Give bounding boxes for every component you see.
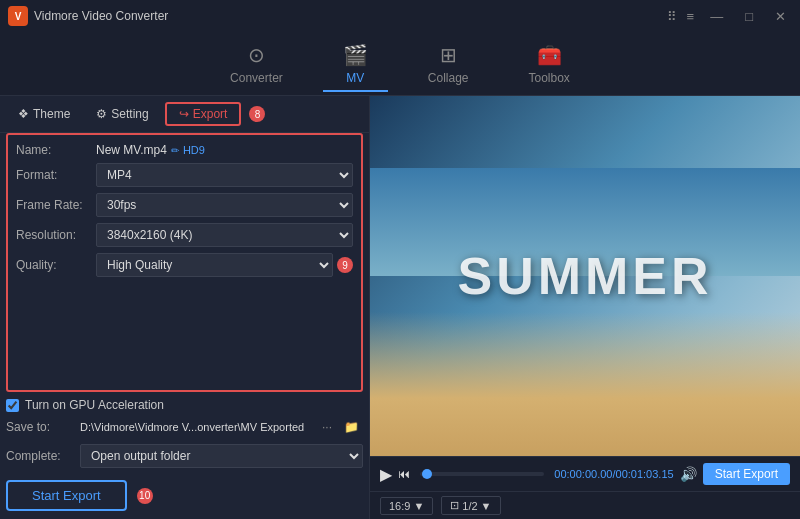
start-export-badge: 10 xyxy=(137,488,153,504)
name-value-container: New MV.mp4 ✏ HD9 xyxy=(96,143,353,157)
time-current: 00:00:00.00 xyxy=(554,468,612,480)
framerate-label: Frame Rate: xyxy=(16,198,96,212)
volume-icon[interactable]: 🔊 xyxy=(680,466,697,482)
toolbox-icon: 🧰 xyxy=(537,43,562,67)
link-text[interactable]: HD9 xyxy=(183,144,205,156)
ratio-label: 16:9 xyxy=(389,500,410,512)
maximize-button[interactable]: □ xyxy=(739,7,759,26)
setting-button[interactable]: ⚙ Setting xyxy=(86,103,158,125)
preview-area: SUMMER xyxy=(370,96,800,456)
time-display: 00:00:00.00/00:01:03.15 xyxy=(554,468,673,480)
name-value: New MV.mp4 xyxy=(96,143,167,157)
export-button[interactable]: ↪ Export xyxy=(165,102,242,126)
edit-icon[interactable]: ✏ xyxy=(171,145,179,156)
export-icon: ↪ xyxy=(179,107,189,121)
setting-label: Setting xyxy=(111,107,148,121)
tab-collage[interactable]: ⊞ Collage xyxy=(408,37,489,91)
close-button[interactable]: ✕ xyxy=(769,7,792,26)
start-export-area: Start Export 10 xyxy=(0,472,369,519)
toolbar-row: ❖ Theme ⚙ Setting ↪ Export 8 xyxy=(0,96,369,133)
progress-dot xyxy=(422,469,432,479)
quality-ratio-button[interactable]: ⊡ 1/2 ▼ xyxy=(441,496,500,515)
titlebar-dots[interactable]: ≡ xyxy=(687,9,695,24)
gpu-label: Turn on GPU Acceleration xyxy=(25,398,164,412)
mv-icon: 🎬 xyxy=(343,43,368,67)
export-badge: 8 xyxy=(249,106,265,122)
beach-overlay xyxy=(370,312,800,456)
setting-icon: ⚙ xyxy=(96,107,107,121)
quality-ratio-label: 1/2 xyxy=(462,500,477,512)
theme-label: Theme xyxy=(33,107,70,121)
format-label: Format: xyxy=(16,168,96,182)
save-folder-button[interactable]: 📁 xyxy=(340,418,363,436)
app-title: Vidmore Video Converter xyxy=(34,9,168,23)
left-panel: ❖ Theme ⚙ Setting ↪ Export 8 Name: New M… xyxy=(0,96,370,519)
ratio-dropdown-icon: ▼ xyxy=(413,500,424,512)
ratio-button[interactable]: 16:9 ▼ xyxy=(380,497,433,515)
save-label: Save to: xyxy=(6,420,76,434)
save-more-button[interactable]: ··· xyxy=(318,418,336,436)
tab-toolbox[interactable]: 🧰 Toolbox xyxy=(509,37,590,91)
tab-mv-label: MV xyxy=(346,71,364,85)
framerate-select[interactable]: 30fps xyxy=(96,193,353,217)
tab-collage-label: Collage xyxy=(428,71,469,85)
play-button[interactable]: ▶ xyxy=(380,465,392,484)
playback-controls: ▶ ⏮ 00:00:00.00/00:01:03.15 🔊 Start Expo… xyxy=(370,456,800,491)
preview-title: SUMMER xyxy=(457,246,712,306)
framerate-row: Frame Rate: 30fps xyxy=(16,193,353,217)
save-actions: ··· 📁 xyxy=(318,418,363,436)
start-export-button[interactable]: Start Export xyxy=(6,480,127,511)
quality-label: Quality: xyxy=(16,258,96,272)
theme-button[interactable]: ❖ Theme xyxy=(8,103,80,125)
complete-select[interactable]: Open output folder xyxy=(80,444,363,468)
title-bar-right: ⠿ ≡ — □ ✕ xyxy=(667,7,792,26)
tab-converter[interactable]: ⊙ Converter xyxy=(210,37,303,91)
export-label: Export xyxy=(193,107,228,121)
rewind-button[interactable]: ⏮ xyxy=(398,467,410,481)
resolution-label: Resolution: xyxy=(16,228,96,242)
format-select[interactable]: MP4 xyxy=(96,163,353,187)
playback-toolbar: 16:9 ▼ ⊡ 1/2 ▼ xyxy=(370,491,800,519)
nav-tabs: ⊙ Converter 🎬 MV ⊞ Collage 🧰 Toolbox xyxy=(0,32,800,96)
tab-toolbox-label: Toolbox xyxy=(529,71,570,85)
right-panel: SUMMER ▶ ⏮ 00:00:00.00/00:01:03.15 🔊 Sta… xyxy=(370,96,800,519)
progress-bar[interactable] xyxy=(420,472,544,476)
name-row: Name: New MV.mp4 ✏ HD9 xyxy=(16,143,353,157)
gpu-checkbox[interactable] xyxy=(6,399,19,412)
time-total: 00:01:03.15 xyxy=(616,468,674,480)
save-row: Save to: D:\Vidmore\Vidmore V...onverter… xyxy=(0,414,369,440)
quality-ratio-icon: ⊡ xyxy=(450,499,459,512)
quality-badge: 9 xyxy=(337,257,353,273)
minimize-button[interactable]: — xyxy=(704,7,729,26)
name-label: Name: xyxy=(16,143,96,157)
theme-icon: ❖ xyxy=(18,107,29,121)
export-form: Name: New MV.mp4 ✏ HD9 Format: MP4 Frame… xyxy=(6,133,363,392)
collage-icon: ⊞ xyxy=(440,43,457,67)
resolution-select[interactable]: 3840x2160 (4K) xyxy=(96,223,353,247)
main-content: ❖ Theme ⚙ Setting ↪ Export 8 Name: New M… xyxy=(0,96,800,519)
title-bar-left: V Vidmore Video Converter xyxy=(8,6,168,26)
start-export-right-button[interactable]: Start Export xyxy=(703,463,790,485)
save-path: D:\Vidmore\Vidmore V...onverter\MV Expor… xyxy=(80,421,314,433)
converter-icon: ⊙ xyxy=(248,43,265,67)
quality-select[interactable]: High Quality xyxy=(96,253,333,277)
title-bar: V Vidmore Video Converter ⠿ ≡ — □ ✕ xyxy=(0,0,800,32)
menu-icon[interactable]: ⠿ xyxy=(667,9,677,24)
format-row: Format: MP4 xyxy=(16,163,353,187)
complete-row: Complete: Open output folder xyxy=(0,440,369,472)
tab-mv[interactable]: 🎬 MV xyxy=(323,37,388,91)
tab-converter-label: Converter xyxy=(230,71,283,85)
complete-label: Complete: xyxy=(6,449,76,463)
quality-dropdown-icon: ▼ xyxy=(481,500,492,512)
app-icon: V xyxy=(8,6,28,26)
gpu-row: Turn on GPU Acceleration xyxy=(0,396,369,414)
quality-row: Quality: High Quality 9 xyxy=(16,253,353,277)
resolution-row: Resolution: 3840x2160 (4K) xyxy=(16,223,353,247)
